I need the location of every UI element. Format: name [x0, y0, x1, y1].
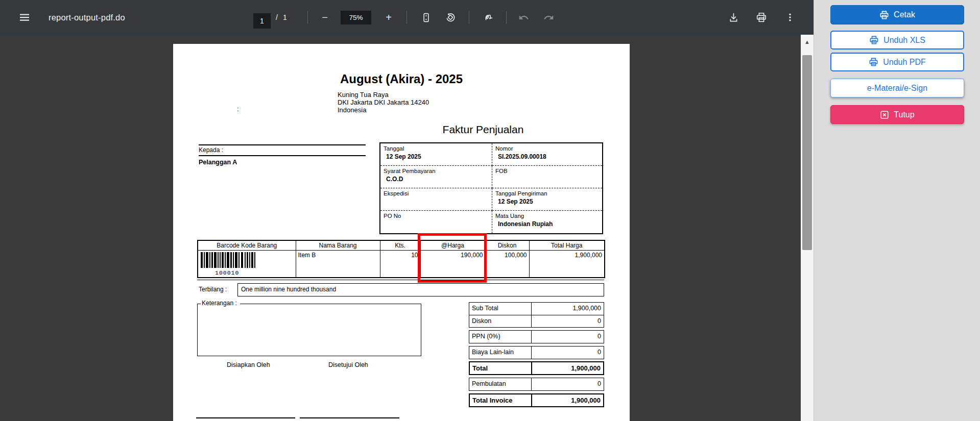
total-label: Diskon [469, 315, 532, 327]
total-value: 0 [532, 346, 604, 359]
e-materai-button[interactable]: e-Materai/e-Sign [830, 79, 964, 97]
toolbar-divider [469, 11, 469, 24]
menu-button[interactable] [14, 7, 35, 28]
unduh-xls-button[interactable]: XLS Unduh XLS [830, 31, 964, 49]
printer-pdf-icon: PDF [869, 57, 878, 67]
disetujui-oleh-label: Disetujui Oleh [328, 361, 368, 368]
zoom-level-display[interactable]: 75% [341, 11, 371, 24]
total-row-sub-total: Sub Total 1,900,000 [469, 303, 604, 315]
info-cell-ekspedisi: Ekspedisi [380, 188, 492, 211]
table-double-rule [197, 278, 604, 280]
totals-pembulatan-box: Pembulatan 0 [469, 378, 604, 391]
page-total-label: 1 [283, 13, 287, 21]
pdf-viewer-screen: report-output-pdf.do / 1 − 75% + [0, 0, 980, 421]
totals-total-box: Total 1,900,000 [469, 361, 604, 375]
tanggal-value: 12 Sep 2025 [386, 153, 489, 160]
invoice-info-box: Tanggal 12 Sep 2025 Nomor SI.2025.09.000… [379, 142, 603, 234]
toolbar-divider [506, 11, 507, 24]
syarat-pembayaran-value: C.O.D [386, 176, 489, 183]
total-row-biaya-lain: Biaya Lain-lain 0 [469, 346, 604, 359]
totals-ppn-box: PPN (0%) 0 [469, 330, 604, 343]
info-cell-mata-uang: Mata Uang Indonesian Rupiah [492, 211, 602, 233]
toolbar-divider [307, 11, 308, 24]
items-table: Barcode Kode Barang Nama Barang Kts. @Ha… [197, 240, 605, 278]
header-total-harga: Total Harga [529, 240, 605, 250]
fob-label: FOB [495, 168, 599, 174]
undo-button[interactable] [513, 7, 534, 28]
info-cell-nomor: Nomor SI.2025.09.00018 [492, 143, 602, 166]
address-colon: : [237, 105, 239, 113]
download-button[interactable] [723, 7, 744, 28]
total-label: Total Invoice [470, 394, 532, 406]
scrollbar-thumb[interactable] [802, 55, 812, 250]
tanggal-label: Tanggal [384, 145, 489, 152]
total-label: Biaya Lain-lain [469, 346, 532, 359]
zoom-in-button[interactable]: + [378, 7, 399, 28]
fit-to-page-icon [421, 12, 432, 23]
zoom-out-button[interactable]: − [315, 7, 335, 28]
mata-uang-value: Indonesian Rupiah [498, 220, 599, 228]
syarat-pembayaran-label: Syarat Pembayaran [384, 168, 489, 174]
tutup-button[interactable]: Tutup [830, 105, 964, 124]
barcode-image [201, 252, 255, 268]
scroll-up-arrow-icon[interactable]: ▲ [801, 39, 814, 45]
rotate-button[interactable] [440, 7, 461, 28]
annotate-pen-icon [484, 12, 495, 23]
po-no-label: PO No [384, 213, 489, 219]
document-title: report-output-pdf.do [49, 0, 125, 35]
total-label: PPN (0%) [469, 331, 532, 343]
header-diskon: Diskon [485, 240, 529, 250]
tanggal-pengiriman-label: Tanggal Pengiriman [495, 190, 599, 196]
ekspedisi-label: Ekspedisi [384, 190, 489, 196]
tanggal-pengiriman-value: 12 Sep 2025 [498, 198, 599, 205]
invoice-document-title: Faktur Penjualan [401, 123, 565, 136]
keterangan-box: Keterangan : [197, 304, 421, 356]
total-label: Sub Total [469, 303, 532, 315]
redo-button[interactable] [538, 7, 559, 28]
address-line-2: DKI Jakarta DKI Jakarta 14240 [338, 98, 429, 106]
vertical-scrollbar[interactable]: ▲ [801, 35, 814, 421]
item-row: 100010 Item B 10 190,000 100,000 1,900,0… [198, 250, 605, 278]
total-value: 0 [532, 315, 604, 327]
kepada-rule-bottom [199, 155, 366, 156]
hamburger-icon [19, 12, 30, 22]
download-icon [728, 12, 739, 23]
totals-biaya-box: Biaya Lain-lain 0 [469, 346, 604, 359]
total-value: 1,900,000 [532, 362, 603, 374]
address-line-1: Kuning Tua Raya [338, 91, 429, 98]
report-title: August (Akira) - 2025 [173, 72, 630, 86]
cetak-label: Cetak [894, 10, 915, 19]
items-table-header-row: Barcode Kode Barang Nama Barang Kts. @Ha… [198, 240, 605, 250]
total-row-ppn: PPN (0%) 0 [469, 331, 604, 343]
page-count: / 1 [276, 0, 287, 35]
action-sidebar: Cetak XLS Unduh XLS PDF Unduh PDF e-Mate… [814, 0, 980, 421]
barcode-text: 100010 [215, 269, 257, 276]
print-button[interactable] [751, 7, 772, 28]
svg-text:XLS: XLS [873, 41, 875, 43]
nomor-label: Nomor [495, 145, 599, 152]
total-value: 0 [532, 378, 604, 390]
page-number-input[interactable] [253, 13, 271, 29]
annotate-button[interactable] [479, 7, 499, 28]
terbilang-label: Terbilang : [199, 286, 227, 293]
cetak-button[interactable]: Cetak [830, 5, 964, 24]
more-options-button[interactable] [780, 7, 800, 28]
total-row-total: Total 1,900,000 [470, 362, 603, 374]
total-label: Total [470, 362, 532, 374]
info-cell-tanggal-pengiriman: Tanggal Pengiriman 12 Sep 2025 [492, 188, 602, 211]
unduh-pdf-label: Unduh PDF [883, 58, 926, 67]
fit-to-page-button[interactable] [416, 7, 436, 28]
customer-name: Pelanggan A [199, 159, 237, 166]
total-row-total-invoice: Total Invoice 1,900,000 [470, 394, 603, 406]
unduh-pdf-button[interactable]: PDF Unduh PDF [830, 53, 964, 71]
kepada-label: Kepada : [199, 146, 223, 154]
item-nama-cell: Item B [296, 250, 380, 278]
total-row-pembulatan: Pembulatan 0 [469, 378, 604, 390]
tutup-label: Tutup [894, 110, 914, 119]
signature-line-disetujui [300, 417, 399, 418]
harga-column-highlight [418, 233, 487, 283]
total-label: Pembulatan [469, 378, 532, 390]
info-cell-po-no: PO No [380, 211, 492, 233]
page-separator: / [276, 13, 278, 21]
svg-text:PDF: PDF [873, 63, 876, 65]
